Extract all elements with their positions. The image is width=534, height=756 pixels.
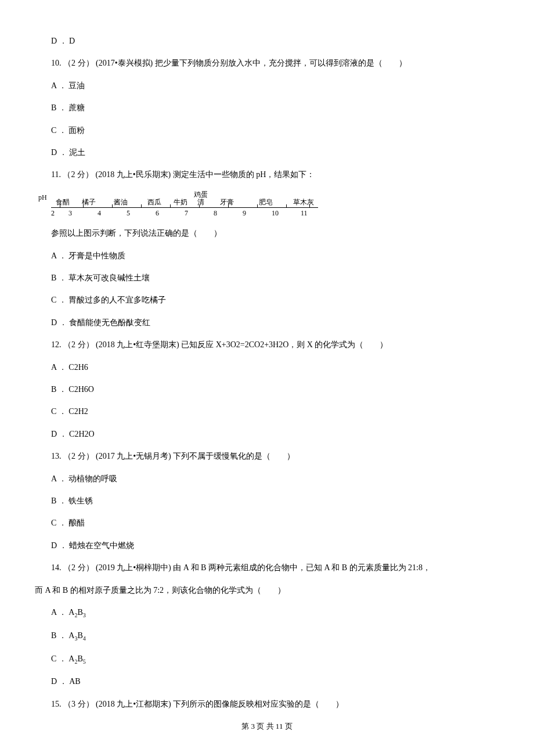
q13-option-a: A ． 动植物的呼吸 (35, 473, 499, 485)
q14-option-b: B ． A3B4 (35, 629, 499, 643)
ph-tick-5: 5 (127, 208, 156, 219)
q14-d-formula: AB (69, 677, 80, 686)
ph-tick-6: 6 (156, 208, 185, 219)
q11-stem: 11. （2 分） (2018 九上•民乐期末) 测定生活中一些物质的 pH，结… (35, 168, 499, 181)
ph-item-vinegar: 食醋 (51, 199, 74, 206)
ph-axis-label: pH (38, 192, 47, 203)
q14-c-formula: A2B5 (68, 654, 85, 663)
q10-option-c: C ． 面粉 (35, 124, 499, 137)
q9-option-d: D ． D (35, 35, 499, 48)
q13-option-c: C ． 酿醋 (35, 517, 499, 530)
ph-item-milk: 牛奶 (170, 199, 190, 206)
q12-option-b: B ． C2H6O (35, 383, 499, 396)
q14-b-prefix: B ． (51, 631, 68, 640)
q11-option-a: A ． 牙膏是中性物质 (35, 250, 499, 262)
q13-option-b: B ． 铁生锈 (35, 495, 499, 507)
q14-option-d: D ． AB (35, 675, 499, 688)
q14-a-formula: A2B3 (68, 608, 85, 617)
q10-stem: 10. （2 分） (2017•泰兴模拟) 把少量下列物质分别放入水中，充分搅拌… (35, 57, 499, 70)
ph-tick-row: 2 3 4 5 6 7 8 9 10 11 (51, 208, 499, 219)
ph-item-watermelon: 西瓜 (138, 199, 170, 206)
q13-stem: 13. （2 分） (2017 九上•无锡月考) 下列不属于缓慢氧化的是（ ） (35, 450, 499, 463)
q14-stem-line1: 14. （2 分） (2019 九上•桐梓期中) 由 A 和 B 两种元素组成的… (35, 561, 499, 574)
ph-item-toothpaste: 牙膏 (211, 199, 243, 206)
ph-item-soap: 肥皂 (243, 199, 289, 206)
ph-tick-9: 9 (243, 208, 272, 219)
q14-b-formula: A3B4 (68, 631, 85, 640)
ph-item-soy: 酱油 (103, 199, 138, 206)
ph-tick-2: 2 (51, 208, 68, 219)
q14-stem-line2: 而 A 和 B 的相对原子质量之比为 7:2，则该化合物的化学式为（ ） (35, 584, 499, 597)
q11-after: 参照以上图示判断，下列说法正确的是（ ） (35, 227, 499, 240)
q14-a-prefix: A ． (51, 608, 68, 617)
ph-tick-10: 10 (272, 208, 301, 219)
q15-stem: 15. （3 分） (2018 九上•江都期末) 下列所示的图像能反映相对应实验… (35, 698, 499, 711)
q10-option-b: B ． 蔗糖 (35, 102, 499, 114)
q13-option-d: D ． 蜡烛在空气中燃烧 (35, 539, 499, 552)
q14-option-a: A ． A2B3 (35, 606, 499, 620)
q14-c-prefix: C ． (51, 654, 68, 663)
page-footer: 第 3 页 共 11 页 (0, 721, 534, 733)
q11-option-c: C ． 胃酸过多的人不宜多吃橘子 (35, 294, 499, 307)
q14-option-c: C ． A2B5 (35, 653, 499, 667)
ph-tick-4: 4 (98, 208, 127, 219)
q10-option-d: D ． 泥土 (35, 146, 499, 159)
q12-option-c: C ． C2H2 (35, 405, 499, 418)
q12-stem: 12. （2 分） (2018 九上•红寺堡期末) 已知反应 X+3O2=2CO… (35, 339, 499, 351)
q11-option-b: B ． 草木灰可改良碱性土壤 (35, 272, 499, 285)
q11-option-d: D ． 食醋能使无色酚酞变红 (35, 316, 499, 329)
ph-item-ash: 草木灰 (289, 199, 318, 206)
ph-tick-8: 8 (214, 208, 243, 219)
ph-item-eggwhite: 鸡蛋清 (190, 191, 211, 206)
ph-scale-figure: pH 食醋 橘子 酱油 西瓜 牛奶 鸡蛋清 牙膏 肥皂 草木灰 2 3 4 5 … (51, 191, 499, 219)
ph-tick-11: 11 (301, 208, 318, 219)
q14-d-prefix: D ． (51, 677, 69, 686)
ph-item-labels: 食醋 橘子 酱油 西瓜 牛奶 鸡蛋清 牙膏 肥皂 草木灰 (51, 191, 499, 206)
q12-option-d: D ． C2H2O (35, 428, 499, 441)
q10-option-a: A ． 豆油 (35, 80, 499, 92)
ph-tick-3: 3 (68, 208, 98, 219)
ph-tick-7: 7 (185, 208, 214, 219)
ph-item-orange: 橘子 (74, 199, 103, 206)
q12-option-a: A ． C2H6 (35, 361, 499, 374)
